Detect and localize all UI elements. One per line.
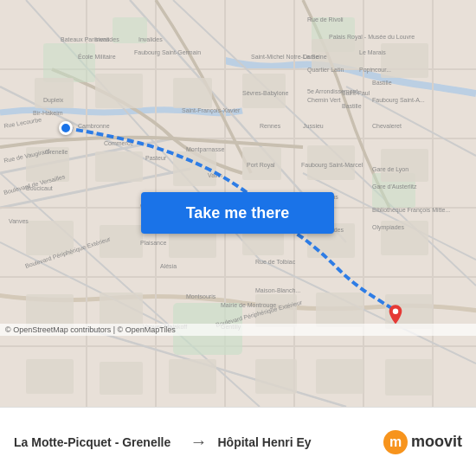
svg-rect-29 <box>35 78 74 108</box>
from-station-label: La Motte-Picquet - Grenelle <box>14 435 180 449</box>
svg-text:Grenelle: Grenelle <box>45 149 68 155</box>
svg-text:Port Royal: Port Royal <box>247 162 275 169</box>
svg-text:Pasteur: Pasteur <box>145 155 167 161</box>
svg-rect-26 <box>43 43 95 82</box>
svg-text:Bir-Hakeim: Bir-Hakeim <box>33 110 63 116</box>
svg-text:École Militaire: École Militaire <box>78 53 116 60</box>
svg-text:Saint-Paul: Saint-Paul <box>342 90 370 96</box>
svg-text:Bibliothèque François Mitte...: Bibliothèque François Mitte... <box>372 207 450 214</box>
svg-rect-55 <box>255 359 297 394</box>
svg-text:Dupleix: Dupleix <box>43 97 64 104</box>
svg-text:Quartier Latin: Quartier Latin <box>307 67 344 74</box>
svg-text:Rue de Rivoli: Rue de Rivoli <box>307 16 344 23</box>
svg-text:Rennes: Rennes <box>260 123 281 129</box>
bottom-navigation-bar: La Motte-Picquet - Grenelle → Hôpital He… <box>0 407 476 476</box>
map-container: Rue Lecourbe Rue de Vaugirard Boulevard … <box>0 0 476 407</box>
svg-text:Maison-Blanch...: Maison-Blanch... <box>255 287 300 293</box>
svg-rect-53 <box>100 362 143 395</box>
svg-text:Rue de Tolbiac: Rue de Tolbiac <box>255 259 296 265</box>
svg-rect-56 <box>316 359 363 394</box>
svg-text:Chevaleret: Chevaleret <box>372 123 402 129</box>
svg-text:Chemin Vert: Chemin Vert <box>307 97 341 103</box>
svg-point-116 <box>393 308 398 313</box>
svg-text:Bastille: Bastille <box>372 80 392 86</box>
svg-text:Alésia: Alésia <box>160 263 177 269</box>
origin-marker <box>59 121 73 135</box>
svg-text:La Seine: La Seine <box>303 54 327 60</box>
svg-text:Montparnasse: Montparnasse <box>186 146 224 153</box>
svg-text:Faubourg Saint-A...: Faubourg Saint-A... <box>372 97 425 104</box>
svg-text:Jussieu: Jussieu <box>303 123 324 129</box>
svg-text:Palais Royal - Musée du Louvre: Palais Royal - Musée du Louvre <box>329 34 415 41</box>
svg-rect-50 <box>316 293 363 327</box>
svg-text:Popincour...: Popincour... <box>359 67 391 74</box>
svg-text:Faubourg Saint-Marcel: Faubourg Saint-Marcel <box>301 162 363 169</box>
svg-text:Saint-François-Xavier: Saint-François-Xavier <box>182 107 241 114</box>
svg-rect-36 <box>95 151 143 182</box>
moovit-logo-icon: m <box>383 430 408 454</box>
svg-rect-54 <box>169 359 216 394</box>
take-me-there-button[interactable]: Take me there <box>141 192 334 234</box>
svg-text:Cambronne: Cambronne <box>78 123 110 129</box>
svg-text:Le Marais: Le Marais <box>359 49 386 55</box>
svg-text:Faubourg Saint-Germain: Faubourg Saint-Germain <box>134 49 201 56</box>
to-station-label: Hôpital Henri Ey <box>218 435 384 449</box>
svg-rect-57 <box>385 359 433 396</box>
svg-text:Montsouris: Montsouris <box>186 293 216 299</box>
svg-rect-31 <box>173 78 212 108</box>
svg-text:Bastille: Bastille <box>342 103 362 109</box>
svg-text:Vanves: Vanves <box>9 218 29 224</box>
svg-text:Gare d'Austerlitz: Gare d'Austerlitz <box>372 183 417 190</box>
svg-rect-34 <box>381 43 428 78</box>
moovit-logo: m moovit <box>383 430 462 454</box>
svg-text:Plaisance: Plaisance <box>140 240 166 246</box>
svg-rect-40 <box>381 149 428 182</box>
svg-text:Bateaux Parisiens: Bateaux Parisiens <box>61 36 110 42</box>
svg-text:Sèvres-Babylone: Sèvres-Babylone <box>242 90 288 97</box>
svg-text:Boucicaut: Boucicaut <box>26 185 53 191</box>
moovit-app-name: moovit <box>411 433 462 451</box>
arrow-icon: → <box>190 432 208 452</box>
svg-text:Olympiades: Olympiades <box>372 224 404 231</box>
svg-text:Gare de Lyon: Gare de Lyon <box>372 166 408 173</box>
svg-rect-52 <box>26 359 74 394</box>
map-attribution: © OpenStreetMap contributors | © OpenMap… <box>0 324 476 336</box>
svg-text:Invalides: Invalides <box>138 36 163 42</box>
svg-rect-30 <box>95 74 143 108</box>
svg-text:Mairie de Montrouge: Mairie de Montrouge <box>221 302 276 309</box>
